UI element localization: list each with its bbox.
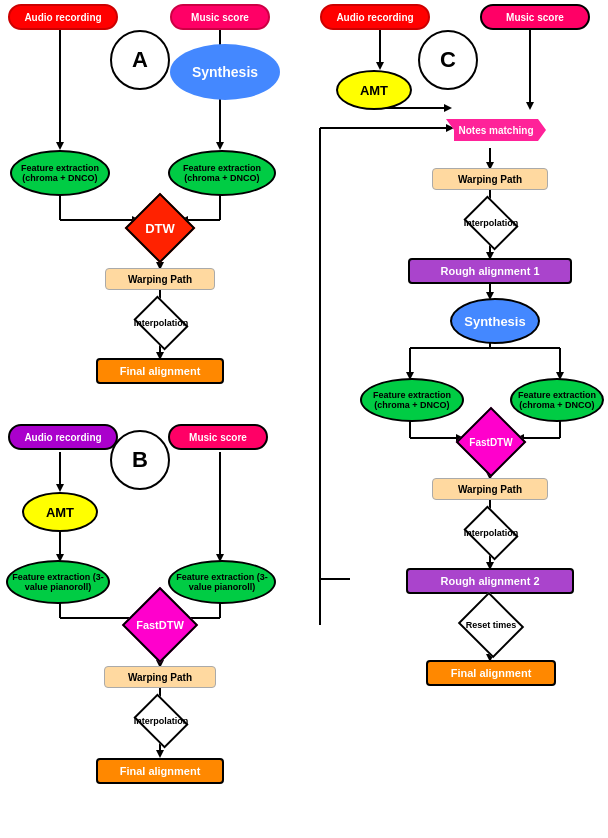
notes-matching: Notes matching (446, 108, 546, 152)
audio-recording-c: Audio recording (320, 4, 430, 30)
amt-b: AMT (22, 492, 98, 532)
dtw-diamond: DTW (125, 204, 195, 252)
svg-marker-1 (56, 142, 64, 150)
final-alignment-b: Final alignment (96, 758, 224, 784)
interpolation-a: Interpolation (130, 306, 192, 340)
audio-recording-b: Audio recording (8, 424, 118, 450)
svg-marker-37 (526, 102, 534, 110)
reset-times: Reset times (458, 606, 524, 644)
interpolation-b: Interpolation (130, 704, 192, 738)
amt-c: AMT (336, 70, 412, 110)
circle-c: C (418, 30, 478, 90)
rough-alignment-2: Rough alignment 2 (406, 568, 574, 594)
feature-extraction-right-c: Feature extraction (chroma + DNCO) (510, 378, 604, 422)
svg-marker-17 (56, 484, 64, 492)
music-score-a: Music score (170, 4, 270, 30)
warping-path-b: Warping Path (104, 666, 216, 688)
feature-extraction-left-c: Feature extraction (chroma + DNCO) (360, 378, 464, 422)
svg-marker-33 (156, 750, 164, 758)
rough-alignment-1: Rough alignment 1 (408, 258, 572, 284)
interpolation-c2: Interpolation (460, 516, 522, 550)
audio-recording-a: Audio recording (8, 4, 118, 30)
warping-path-a: Warping Path (105, 268, 215, 290)
music-score-b: Music score (168, 424, 268, 450)
fastdtw-c: FastDTW (458, 420, 524, 464)
feature-extraction-right-a: Feature extraction (chroma + DNCO) (168, 150, 276, 196)
svg-marker-40 (444, 104, 452, 112)
synthesis-a: Synthesis (170, 44, 280, 100)
final-alignment-c: Final alignment (426, 660, 556, 686)
feature-extraction-right-b: Feature extraction (3-value pianoroll) (168, 560, 276, 604)
synthesis-c: Synthesis (450, 298, 540, 344)
circle-b: B (110, 430, 170, 490)
feature-extraction-left-b: Feature extraction (3-value pianoroll) (6, 560, 110, 604)
fastdtw-b: FastDTW (120, 600, 200, 650)
final-alignment-a: Final alignment (96, 358, 224, 384)
warping-path-c2: Warping Path (432, 478, 548, 500)
svg-marker-35 (376, 62, 384, 70)
feature-extraction-left-a: Feature extraction (chroma + DNCO) (10, 150, 110, 196)
music-score-c: Music score (480, 4, 590, 30)
svg-marker-3 (216, 142, 224, 150)
diagram: Audio recording Music score A Synthesis … (0, 0, 608, 838)
interpolation-c: Interpolation (460, 206, 522, 240)
warping-path-c: Warping Path (432, 168, 548, 190)
circle-a: A (110, 30, 170, 90)
